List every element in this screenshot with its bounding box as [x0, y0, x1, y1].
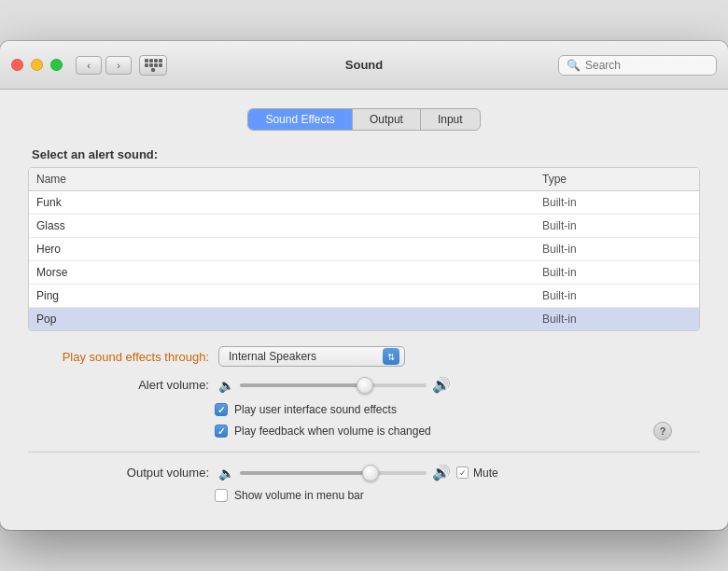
tab-input[interactable]: Input: [421, 109, 480, 130]
cell-sound-type: Built-in: [542, 217, 692, 234]
alert-volume-label: Alert volume:: [32, 378, 209, 392]
table-row[interactable]: Ping Built-in: [29, 285, 699, 308]
output-slider-fill: [240, 471, 371, 475]
grid-dot: [159, 63, 162, 67]
play-through-label: Play sound effects through:: [32, 350, 209, 364]
cell-sound-type: Built-in: [542, 264, 692, 281]
show-volume-label: Show volume in menu bar: [234, 489, 364, 502]
mute-text: Mute: [473, 467, 498, 480]
search-input[interactable]: [585, 59, 708, 72]
slider-fill: [240, 383, 365, 387]
ui-sound-label: Play user interface sound effects: [234, 403, 397, 416]
grid-dot: [151, 68, 155, 72]
section-label: Select an alert sound:: [28, 147, 700, 161]
checkbox-group-2: ✓ Play feedback when volume is changed: [215, 425, 431, 438]
slider-thumb[interactable]: [357, 377, 373, 394]
mute-checkbox[interactable]: ✓: [456, 467, 469, 479]
grid-view-button[interactable]: [139, 55, 167, 76]
window-title: Sound: [345, 58, 383, 72]
checkbox-row-1: ✓ Play user interface sound effects: [28, 403, 700, 416]
grid-dot: [145, 59, 148, 63]
output-volume-slider-row: 🔈 🔊 ✓ Mute: [218, 464, 498, 481]
tab-output[interactable]: Output: [353, 109, 421, 130]
table-row[interactable]: Glass Built-in: [29, 215, 699, 238]
cell-sound-type: Built-in: [542, 311, 692, 327]
volume-high-icon: 🔊: [432, 376, 451, 394]
main-window: ‹ › Sound 🔍 Sound Effects: [0, 41, 728, 530]
output-slider-thumb[interactable]: [362, 465, 379, 481]
close-button[interactable]: [11, 59, 23, 71]
cell-sound-name: Funk: [36, 194, 542, 211]
ui-sound-checkbox[interactable]: ✓: [215, 403, 228, 416]
show-volume-checkbox[interactable]: [215, 489, 228, 502]
play-through-row: Play sound effects through: Internal Spe…: [28, 346, 700, 367]
titlebar: ‹ › Sound 🔍: [0, 41, 728, 90]
alert-volume-row: Alert volume: 🔈 🔊: [28, 376, 700, 394]
play-through-select[interactable]: Internal Speakers: [218, 346, 405, 367]
alert-volume-slider[interactable]: [240, 383, 427, 387]
cell-sound-type: Built-in: [542, 287, 692, 304]
cell-sound-name: Pop: [36, 311, 542, 327]
table-row[interactable]: Pop Built-in: [29, 308, 699, 330]
grid-dot: [149, 59, 153, 63]
checkbox-row-2: ✓ Play feedback when volume is changed ?: [28, 422, 700, 440]
forward-icon: ›: [117, 60, 120, 71]
feedback-sound-checkbox[interactable]: ✓: [215, 425, 228, 438]
checkbox-check-icon: ✓: [217, 426, 225, 437]
forward-button[interactable]: ›: [105, 56, 132, 75]
cell-sound-type: Built-in: [542, 241, 692, 258]
grid-dot: [154, 59, 158, 63]
cell-sound-type: Built-in: [542, 194, 692, 211]
checkbox-group-1: ✓ Play user interface sound effects: [215, 403, 397, 416]
mute-label-group: ✓ Mute: [456, 467, 498, 480]
col-name-header: Name: [36, 170, 542, 188]
cell-sound-name: Hero: [36, 241, 542, 258]
grid-dot: [154, 63, 158, 67]
search-icon: 🔍: [567, 59, 581, 72]
cell-sound-name: Glass: [36, 217, 542, 234]
tabs-container: Sound Effects Output Input: [28, 108, 700, 131]
sound-table: Name Type Funk Built-in Glass Built-in H…: [28, 167, 700, 331]
output-volume-row: Output volume: 🔈 🔊 ✓ Mute: [28, 464, 700, 481]
grid-dot: [145, 63, 148, 67]
tabs: Sound Effects Output Input: [247, 108, 480, 131]
cell-sound-name: Ping: [36, 287, 542, 304]
back-button[interactable]: ‹: [76, 56, 102, 75]
table-row[interactable]: Funk Built-in: [29, 191, 699, 215]
mute-check-icon: ✓: [459, 468, 467, 478]
minimize-button[interactable]: [31, 59, 43, 71]
play-through-select-wrapper: Internal Speakers ⇅: [218, 346, 405, 367]
show-volume-row: Show volume in menu bar: [28, 489, 700, 502]
divider: [28, 452, 700, 453]
content-area: Sound Effects Output Input Select an ale…: [0, 90, 728, 530]
checkbox-check-icon: ✓: [217, 405, 225, 415]
alert-volume-slider-row: 🔈 🔊: [218, 376, 451, 394]
grid-dot: [159, 59, 162, 63]
tab-sound-effects[interactable]: Sound Effects: [248, 109, 353, 130]
show-volume-group: Show volume in menu bar: [215, 489, 364, 502]
grid-dot: [149, 63, 153, 67]
table-header: Name Type: [29, 168, 699, 191]
table-row[interactable]: Hero Built-in: [29, 238, 699, 261]
table-row[interactable]: Morse Built-in: [29, 261, 699, 285]
output-volume-slider[interactable]: [240, 471, 427, 475]
output-volume-label: Output volume:: [32, 466, 209, 480]
search-box[interactable]: 🔍: [558, 55, 717, 76]
maximize-button[interactable]: [50, 59, 63, 71]
volume-low-icon: 🔈: [218, 378, 234, 393]
feedback-sound-label: Play feedback when volume is changed: [234, 425, 431, 438]
output-volume-low-icon: 🔈: [218, 466, 234, 480]
cell-sound-name: Morse: [36, 264, 542, 281]
traffic-lights: [11, 59, 63, 71]
output-volume-high-icon: 🔊: [432, 464, 451, 481]
help-button[interactable]: ?: [653, 422, 672, 440]
nav-buttons: ‹ ›: [76, 56, 132, 75]
back-icon: ‹: [87, 60, 91, 71]
col-type-header: Type: [542, 170, 692, 188]
